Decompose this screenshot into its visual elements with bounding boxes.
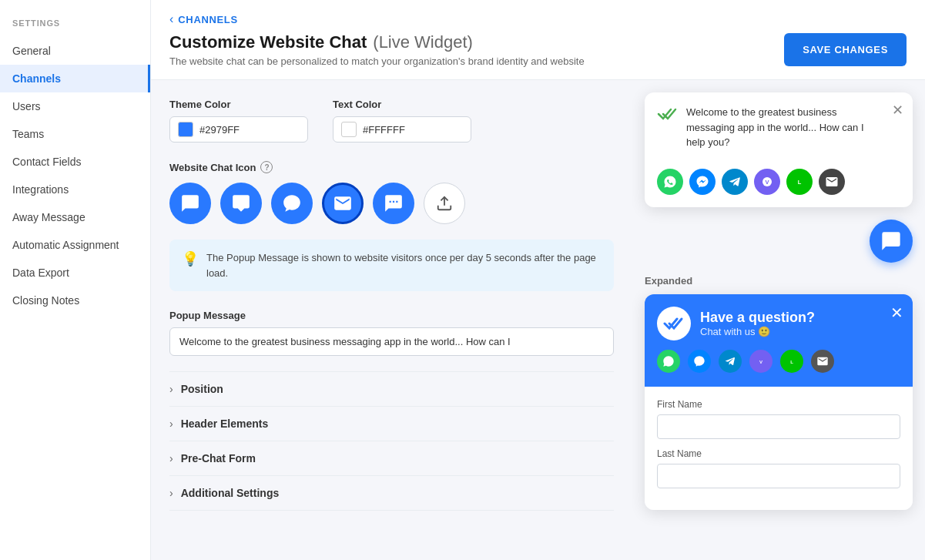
info-box: 💡 The Popup Message is shown to website …: [169, 240, 614, 291]
svg-text:V: V: [765, 179, 769, 186]
brand-avatar: [657, 307, 691, 340]
chevron-right-icon: ›: [169, 417, 173, 430]
telegram-channel-icon[interactable]: [722, 169, 748, 195]
chevron-right-icon: ›: [169, 487, 173, 499]
theme-color-group: Theme Color #2979FF: [169, 99, 308, 143]
expanded-body: First Name Last Name: [645, 387, 913, 510]
chat-icon-3[interactable]: [271, 183, 313, 224]
website-chat-icon-section: Website Chat Icon ?: [169, 161, 614, 173]
sidebar-settings-label: SETTINGS: [0, 12, 150, 37]
float-chat-button[interactable]: [870, 220, 913, 263]
widget-close-button[interactable]: ✕: [892, 102, 903, 119]
svg-text:L: L: [798, 179, 802, 186]
sidebar-item-away-message[interactable]: Away Message: [0, 203, 150, 231]
main-content: ‹ CHANNELS Customize Website Chat (Live …: [151, 0, 925, 560]
text-color-input[interactable]: #FFFFFF: [333, 116, 471, 143]
first-name-input[interactable]: [657, 414, 900, 439]
exp-messenger-icon[interactable]: [688, 350, 711, 373]
brand-checkmark-icon: [657, 106, 679, 125]
viber-channel-icon[interactable]: V: [754, 169, 780, 195]
sidebar-item-data-export[interactable]: Data Export: [0, 259, 150, 287]
page-header: ‹ CHANNELS Customize Website Chat (Live …: [151, 0, 925, 80]
chat-icon-4[interactable]: [322, 183, 364, 224]
email-channel-icon[interactable]: [819, 169, 845, 195]
page-title: Customize Website Chat: [169, 32, 367, 52]
line-channel-icon[interactable]: L: [786, 169, 813, 195]
expanded-title: Have a question?: [700, 310, 815, 326]
sidebar-item-channels[interactable]: Channels: [0, 65, 150, 92]
upload-icon-button[interactable]: [424, 183, 465, 224]
widget-channels-collapsed: V L: [657, 169, 900, 195]
exp-whatsapp-icon[interactable]: [657, 350, 680, 373]
widget-message-text: Welcome to the greatest business messagi…: [686, 105, 900, 150]
expanded-channels: V L: [657, 347, 900, 374]
text-color-group: Text Color #FFFFFF: [333, 99, 471, 143]
expanded-header: Have a question? Chat with us 🙂 ✕: [645, 294, 913, 387]
sidebar-item-users[interactable]: Users: [0, 92, 150, 120]
chat-icon-2[interactable]: [220, 183, 262, 224]
theme-color-input[interactable]: #2979FF: [169, 116, 308, 143]
breadcrumb: ‹ CHANNELS: [169, 12, 907, 26]
expanded-subtitle: Chat with us 🙂: [700, 326, 815, 337]
theme-color-value: #2979FF: [199, 124, 240, 136]
exp-telegram-icon[interactable]: [719, 350, 742, 373]
messenger-channel-icon[interactable]: [689, 169, 716, 195]
additional-settings-collapsible[interactable]: › Additional Settings: [169, 475, 614, 511]
expanded-close-button[interactable]: ✕: [890, 303, 903, 322]
svg-text:L: L: [790, 359, 793, 364]
sidebar-item-contact-fields[interactable]: Contact Fields: [0, 148, 150, 176]
help-icon[interactable]: ?: [260, 161, 273, 173]
svg-text:V: V: [759, 359, 762, 364]
first-name-label: First Name: [657, 399, 900, 410]
widget-collapsed-preview: ✕ Welcome to the greatest business messa…: [645, 92, 913, 207]
exp-line-icon[interactable]: L: [780, 350, 803, 373]
chat-icon-1[interactable]: [169, 183, 211, 224]
expanded-label: Expanded: [645, 275, 913, 287]
chevron-right-icon: ›: [169, 452, 173, 464]
color-options: Theme Color #2979FF Text Color #FFFFFF: [169, 99, 614, 143]
info-text: The Popup Message is shown to website vi…: [206, 250, 602, 280]
page-subtitle: The website chat can be personalized to …: [169, 55, 585, 67]
content-area: Theme Color #2979FF Text Color #FFFFFF: [151, 80, 925, 560]
theme-color-swatch: [178, 122, 193, 137]
sidebar: SETTINGS General Channels Users Teams Co…: [0, 0, 151, 560]
sidebar-item-closing-notes[interactable]: Closing Notes: [0, 287, 150, 314]
header-elements-collapsible[interactable]: › Header Elements: [169, 406, 614, 441]
sidebar-item-teams[interactable]: Teams: [0, 120, 150, 148]
last-name-label: Last Name: [657, 448, 900, 459]
last-name-input[interactable]: [657, 464, 900, 488]
text-color-swatch: [341, 122, 357, 137]
lightbulb-icon: 💡: [182, 250, 199, 267]
sidebar-item-general[interactable]: General: [0, 37, 150, 65]
right-panel-preview: ✕ Welcome to the greatest business messa…: [632, 80, 925, 560]
theme-color-label: Theme Color: [169, 99, 308, 110]
chevron-right-icon: ›: [169, 383, 173, 395]
sidebar-item-integrations[interactable]: Integrations: [0, 176, 150, 203]
text-color-value: #FFFFFF: [363, 124, 405, 136]
position-collapsible[interactable]: › Position: [169, 371, 614, 406]
text-color-label: Text Color: [333, 99, 471, 110]
popup-message-input[interactable]: [169, 327, 614, 356]
back-arrow-icon[interactable]: ‹: [169, 12, 173, 26]
popup-message-label: Popup Message: [169, 310, 614, 321]
widget-expanded-preview: Have a question? Chat with us 🙂 ✕: [645, 294, 913, 510]
exp-email-icon[interactable]: [811, 350, 834, 373]
whatsapp-channel-icon[interactable]: [657, 169, 683, 195]
left-panel: Theme Color #2979FF Text Color #FFFFFF: [151, 80, 632, 560]
page-title-sub: (Live Widget): [373, 32, 473, 52]
sidebar-item-automatic-assignment[interactable]: Automatic Assignment: [0, 231, 150, 259]
save-changes-button[interactable]: SAVE CHANGES: [784, 33, 907, 66]
pre-chat-form-collapsible[interactable]: › Pre-Chat Form: [169, 441, 614, 475]
exp-viber-icon[interactable]: V: [749, 350, 773, 373]
chat-icons-row: [169, 183, 614, 224]
chat-icon-5[interactable]: [373, 183, 414, 224]
